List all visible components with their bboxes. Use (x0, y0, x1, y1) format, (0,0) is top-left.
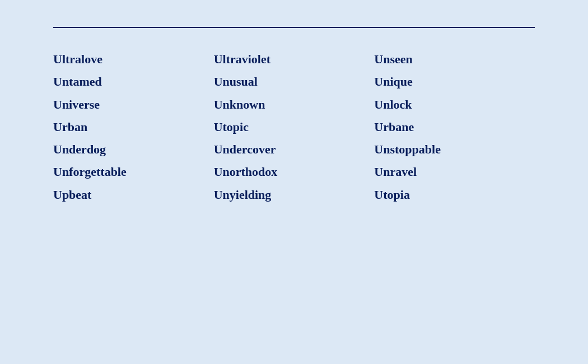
name-item: Undercover (214, 138, 375, 161)
name-item: Unorthodox (214, 161, 375, 183)
name-item: Underdog (53, 138, 214, 161)
name-item: Ultraviolet (214, 48, 375, 71)
name-item: Unstoppable (374, 138, 535, 161)
names-grid: UltraloveUntamedUniverseUrbanUnderdogUnf… (53, 48, 535, 206)
name-item: Unravel (374, 161, 535, 183)
name-item: Upbeat (53, 184, 214, 206)
name-item: Unforgettable (53, 161, 214, 183)
name-item: Unusual (214, 71, 375, 93)
name-item: Unique (374, 71, 535, 93)
names-column-3: UnseenUniqueUnlockUrbaneUnstoppableUnrav… (374, 48, 535, 206)
name-item: Untamed (53, 71, 214, 93)
name-item: Urban (53, 116, 214, 138)
names-column-1: UltraloveUntamedUniverseUrbanUnderdogUnf… (53, 48, 214, 206)
name-item: Utopia (374, 184, 535, 206)
name-item: Urbane (374, 116, 535, 138)
name-item: Unknown (214, 94, 375, 116)
name-item: Unlock (374, 94, 535, 116)
names-column-2: UltravioletUnusualUnknownUtopicUndercove… (214, 48, 375, 206)
name-item: Unyielding (214, 184, 375, 206)
title-divider (53, 27, 535, 28)
name-item: Utopic (214, 116, 375, 138)
name-item: Unseen (374, 48, 535, 71)
name-item: Universe (53, 94, 214, 116)
name-item: Ultralove (53, 48, 214, 71)
